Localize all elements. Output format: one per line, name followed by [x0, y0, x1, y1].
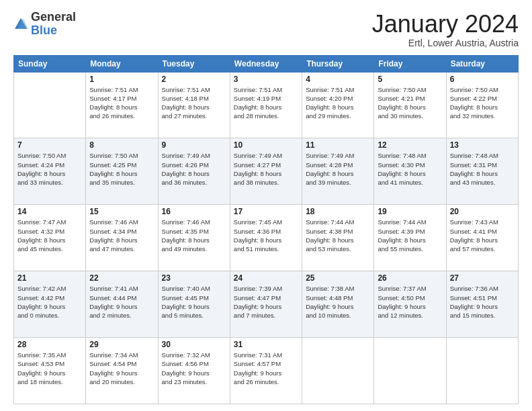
calendar-week-row: 28Sunrise: 7:35 AM Sunset: 4:53 PM Dayli… — [14, 338, 519, 404]
day-number: 22 — [89, 273, 154, 283]
calendar-cell: 17Sunrise: 7:45 AM Sunset: 4:36 PM Dayli… — [230, 205, 302, 271]
col-wednesday: Wednesday — [230, 55, 302, 72]
day-number: 19 — [378, 207, 442, 216]
calendar-week-row: 7Sunrise: 7:50 AM Sunset: 4:24 PM Daylig… — [14, 138, 519, 205]
day-number: 10 — [234, 140, 298, 150]
calendar-cell: 6Sunrise: 7:50 AM Sunset: 4:22 PM Daylig… — [446, 72, 518, 138]
day-info: Sunrise: 7:44 AM Sunset: 4:38 PM Dayligh… — [306, 218, 370, 253]
day-number: 14 — [17, 207, 82, 216]
day-number: 15 — [89, 207, 154, 216]
calendar-cell: 19Sunrise: 7:44 AM Sunset: 4:39 PM Dayli… — [374, 205, 446, 271]
day-info: Sunrise: 7:48 AM Sunset: 4:30 PM Dayligh… — [378, 151, 442, 187]
calendar-cell — [446, 338, 518, 404]
day-info: Sunrise: 7:34 AM Sunset: 4:54 PM Dayligh… — [89, 351, 154, 386]
calendar-cell — [302, 338, 374, 404]
calendar-table: Sunday Monday Tuesday Wednesday Thursday… — [13, 55, 519, 404]
calendar-cell: 16Sunrise: 7:46 AM Sunset: 4:35 PM Dayli… — [158, 205, 230, 271]
calendar-cell: 30Sunrise: 7:32 AM Sunset: 4:56 PM Dayli… — [158, 338, 230, 404]
calendar-body: 1Sunrise: 7:51 AM Sunset: 4:17 PM Daylig… — [14, 72, 519, 404]
day-number: 27 — [450, 273, 515, 283]
day-info: Sunrise: 7:35 AM Sunset: 4:53 PM Dayligh… — [17, 351, 82, 386]
calendar-cell: 10Sunrise: 7:49 AM Sunset: 4:27 PM Dayli… — [230, 138, 302, 205]
day-number: 24 — [234, 273, 298, 283]
logo-icon — [13, 17, 28, 32]
day-info: Sunrise: 7:31 AM Sunset: 4:57 PM Dayligh… — [234, 351, 298, 386]
day-number: 7 — [17, 140, 82, 150]
calendar-cell: 12Sunrise: 7:48 AM Sunset: 4:30 PM Dayli… — [374, 138, 446, 205]
col-saturday: Saturday — [446, 55, 518, 72]
calendar-cell: 13Sunrise: 7:48 AM Sunset: 4:31 PM Dayli… — [446, 138, 518, 205]
calendar-cell: 4Sunrise: 7:51 AM Sunset: 4:20 PM Daylig… — [302, 72, 374, 138]
calendar-cell: 28Sunrise: 7:35 AM Sunset: 4:53 PM Dayli… — [14, 338, 86, 404]
calendar-cell: 8Sunrise: 7:50 AM Sunset: 4:25 PM Daylig… — [86, 138, 158, 205]
calendar-header: Sunday Monday Tuesday Wednesday Thursday… — [14, 55, 519, 72]
calendar-cell: 20Sunrise: 7:43 AM Sunset: 4:41 PM Dayli… — [446, 205, 518, 271]
day-info: Sunrise: 7:49 AM Sunset: 4:27 PM Dayligh… — [234, 151, 298, 187]
day-number: 1 — [89, 75, 154, 84]
col-friday: Friday — [374, 55, 446, 72]
month-title: January 2024 — [372, 11, 519, 38]
header-row: Sunday Monday Tuesday Wednesday Thursday… — [14, 55, 519, 72]
logo-text: General Blue — [31, 11, 76, 38]
day-info: Sunrise: 7:50 AM Sunset: 4:25 PM Dayligh… — [89, 151, 154, 187]
calendar-cell: 29Sunrise: 7:34 AM Sunset: 4:54 PM Dayli… — [86, 338, 158, 404]
day-number: 25 — [306, 273, 370, 283]
day-number: 21 — [17, 273, 82, 283]
calendar-cell — [14, 72, 86, 138]
calendar-week-row: 21Sunrise: 7:42 AM Sunset: 4:42 PM Dayli… — [14, 271, 519, 338]
day-info: Sunrise: 7:32 AM Sunset: 4:56 PM Dayligh… — [162, 351, 226, 386]
col-tuesday: Tuesday — [158, 55, 230, 72]
day-info: Sunrise: 7:51 AM Sunset: 4:17 PM Dayligh… — [89, 85, 154, 121]
col-monday: Monday — [86, 55, 158, 72]
title-block: January 2024 Ertl, Lower Austria, Austri… — [372, 11, 519, 48]
calendar-cell: 31Sunrise: 7:31 AM Sunset: 4:57 PM Dayli… — [230, 338, 302, 404]
calendar-cell: 3Sunrise: 7:51 AM Sunset: 4:19 PM Daylig… — [230, 72, 302, 138]
calendar-cell: 18Sunrise: 7:44 AM Sunset: 4:38 PM Dayli… — [302, 205, 374, 271]
col-thursday: Thursday — [302, 55, 374, 72]
calendar-cell: 9Sunrise: 7:49 AM Sunset: 4:26 PM Daylig… — [158, 138, 230, 205]
day-info: Sunrise: 7:49 AM Sunset: 4:26 PM Dayligh… — [162, 151, 226, 187]
calendar-week-row: 1Sunrise: 7:51 AM Sunset: 4:17 PM Daylig… — [14, 72, 519, 138]
day-info: Sunrise: 7:50 AM Sunset: 4:21 PM Dayligh… — [378, 85, 442, 121]
calendar-cell: 15Sunrise: 7:46 AM Sunset: 4:34 PM Dayli… — [86, 205, 158, 271]
day-info: Sunrise: 7:50 AM Sunset: 4:24 PM Dayligh… — [17, 151, 82, 187]
logo: General Blue — [13, 11, 76, 38]
day-info: Sunrise: 7:51 AM Sunset: 4:18 PM Dayligh… — [162, 85, 226, 121]
day-info: Sunrise: 7:45 AM Sunset: 4:36 PM Dayligh… — [234, 218, 298, 253]
day-number: 20 — [450, 207, 515, 216]
day-number: 4 — [306, 75, 370, 84]
day-info: Sunrise: 7:47 AM Sunset: 4:32 PM Dayligh… — [17, 218, 82, 253]
day-number: 23 — [162, 273, 226, 283]
calendar-cell: 7Sunrise: 7:50 AM Sunset: 4:24 PM Daylig… — [14, 138, 86, 205]
day-number: 29 — [89, 340, 154, 349]
day-info: Sunrise: 7:36 AM Sunset: 4:51 PM Dayligh… — [450, 284, 515, 320]
day-number: 12 — [378, 140, 442, 150]
calendar-page: General Blue January 2024 Ertl, Lower Au… — [0, 0, 532, 411]
day-number: 26 — [378, 273, 442, 283]
calendar-cell — [374, 338, 446, 404]
day-number: 13 — [450, 140, 515, 150]
calendar-week-row: 14Sunrise: 7:47 AM Sunset: 4:32 PM Dayli… — [14, 205, 519, 271]
col-sunday: Sunday — [14, 55, 86, 72]
day-info: Sunrise: 7:41 AM Sunset: 4:44 PM Dayligh… — [89, 284, 154, 320]
day-info: Sunrise: 7:37 AM Sunset: 4:50 PM Dayligh… — [378, 284, 442, 320]
day-number: 9 — [162, 140, 226, 150]
calendar-cell: 23Sunrise: 7:40 AM Sunset: 4:45 PM Dayli… — [158, 271, 230, 338]
day-info: Sunrise: 7:50 AM Sunset: 4:22 PM Dayligh… — [450, 85, 515, 121]
day-info: Sunrise: 7:51 AM Sunset: 4:20 PM Dayligh… — [306, 85, 370, 121]
day-info: Sunrise: 7:49 AM Sunset: 4:28 PM Dayligh… — [306, 151, 370, 187]
day-number: 2 — [162, 75, 226, 84]
day-number: 5 — [378, 75, 442, 84]
day-info: Sunrise: 7:48 AM Sunset: 4:31 PM Dayligh… — [450, 151, 515, 187]
location-subtitle: Ertl, Lower Austria, Austria — [372, 38, 519, 48]
calendar-cell: 24Sunrise: 7:39 AM Sunset: 4:47 PM Dayli… — [230, 271, 302, 338]
calendar-cell: 1Sunrise: 7:51 AM Sunset: 4:17 PM Daylig… — [86, 72, 158, 138]
day-number: 31 — [234, 340, 298, 349]
day-info: Sunrise: 7:40 AM Sunset: 4:45 PM Dayligh… — [162, 284, 226, 320]
day-number: 3 — [234, 75, 298, 84]
calendar-cell: 21Sunrise: 7:42 AM Sunset: 4:42 PM Dayli… — [14, 271, 86, 338]
day-info: Sunrise: 7:46 AM Sunset: 4:35 PM Dayligh… — [162, 218, 226, 253]
day-info: Sunrise: 7:46 AM Sunset: 4:34 PM Dayligh… — [89, 218, 154, 253]
calendar-cell: 5Sunrise: 7:50 AM Sunset: 4:21 PM Daylig… — [374, 72, 446, 138]
day-number: 6 — [450, 75, 515, 84]
